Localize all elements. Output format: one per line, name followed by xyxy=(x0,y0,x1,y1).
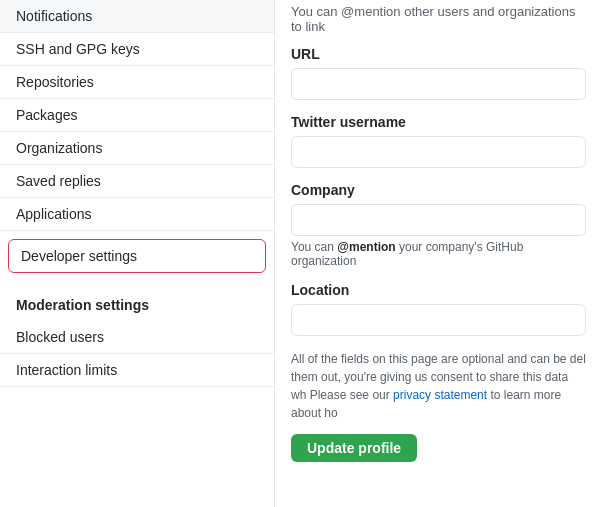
bottom-note: All of the fields on this page are optio… xyxy=(291,350,586,422)
sidebar-item-ssh-gpg[interactable]: SSH and GPG keys xyxy=(0,33,274,66)
mention-intro: You can @mention other users and organiz… xyxy=(291,0,586,34)
sidebar-item-packages[interactable]: Packages xyxy=(0,99,274,132)
mention-keyword: @mention xyxy=(337,240,395,254)
twitter-label: Twitter username xyxy=(291,114,586,130)
moderation-section: Moderation settings Blocked users Intera… xyxy=(0,289,274,387)
sidebar-item-saved-replies[interactable]: Saved replies xyxy=(0,165,274,198)
ssh-gpg-link[interactable]: SSH and GPG keys xyxy=(0,33,274,66)
twitter-input[interactable] xyxy=(291,136,586,168)
organizations-link[interactable]: Organizations xyxy=(0,132,274,165)
location-input[interactable] xyxy=(291,304,586,336)
company-field-group: Company You can @mention your company's … xyxy=(291,182,586,268)
developer-settings-item[interactable]: Developer settings xyxy=(8,239,266,273)
url-field-group: URL xyxy=(291,46,586,100)
update-profile-button[interactable]: Update profile xyxy=(291,434,417,462)
mention-intro-text: You can @mention other users and organiz… xyxy=(291,4,575,34)
developer-settings-link[interactable]: Developer settings xyxy=(8,239,266,273)
company-input[interactable] xyxy=(291,204,586,236)
url-label: URL xyxy=(291,46,586,62)
sidebar: Notifications SSH and GPG keys Repositor… xyxy=(0,0,275,507)
interaction-limits-link[interactable]: Interaction limits xyxy=(0,354,274,387)
app-layout: Notifications SSH and GPG keys Repositor… xyxy=(0,0,602,507)
packages-link[interactable]: Packages xyxy=(0,99,274,132)
notifications-link[interactable]: Notifications xyxy=(0,0,274,33)
sidebar-item-interaction-limits[interactable]: Interaction limits xyxy=(0,354,274,387)
sidebar-item-applications[interactable]: Applications xyxy=(0,198,274,231)
sidebar-item-organizations[interactable]: Organizations xyxy=(0,132,274,165)
sidebar-item-blocked-users[interactable]: Blocked users xyxy=(0,321,274,354)
sidebar-item-notifications[interactable]: Notifications xyxy=(0,0,274,33)
blocked-users-link[interactable]: Blocked users xyxy=(0,321,274,354)
company-note-text: You can @mention your company's GitHub o… xyxy=(291,240,523,268)
company-note: You can @mention your company's GitHub o… xyxy=(291,240,586,268)
moderation-nav: Blocked users Interaction limits xyxy=(0,321,274,387)
sidebar-item-repositories[interactable]: Repositories xyxy=(0,66,274,99)
repositories-link[interactable]: Repositories xyxy=(0,66,274,99)
url-input[interactable] xyxy=(291,68,586,100)
saved-replies-link[interactable]: Saved replies xyxy=(0,165,274,198)
company-label: Company xyxy=(291,182,586,198)
sidebar-nav: Notifications SSH and GPG keys Repositor… xyxy=(0,0,274,231)
location-field-group: Location xyxy=(291,282,586,336)
location-label: Location xyxy=(291,282,586,298)
main-content: You can @mention other users and organiz… xyxy=(275,0,602,507)
moderation-header: Moderation settings xyxy=(0,289,274,321)
privacy-link[interactable]: privacy statement xyxy=(393,388,487,402)
twitter-field-group: Twitter username xyxy=(291,114,586,168)
applications-link[interactable]: Applications xyxy=(0,198,274,231)
